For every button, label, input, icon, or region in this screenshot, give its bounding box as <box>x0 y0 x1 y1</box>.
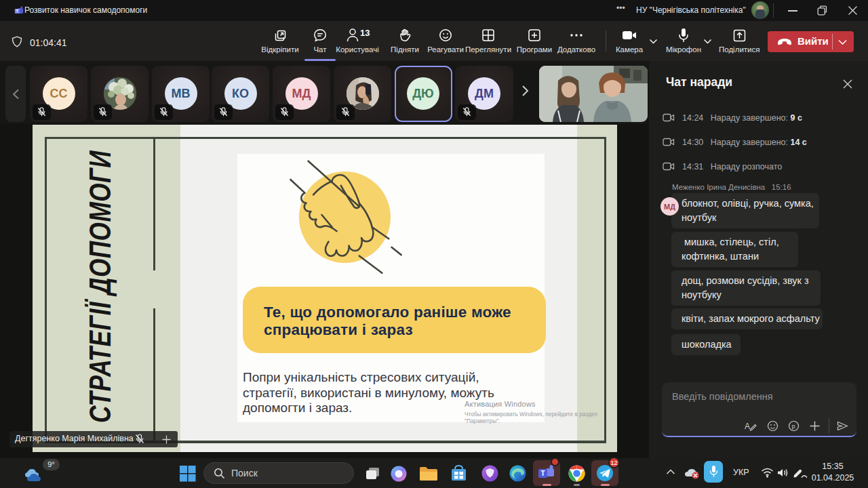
svg-text:p: p <box>792 423 795 430</box>
svg-text:A: A <box>745 422 750 431</box>
svg-text:13: 13 <box>360 28 370 38</box>
svg-text:T: T <box>16 9 18 13</box>
svg-text:T: T <box>540 470 545 477</box>
